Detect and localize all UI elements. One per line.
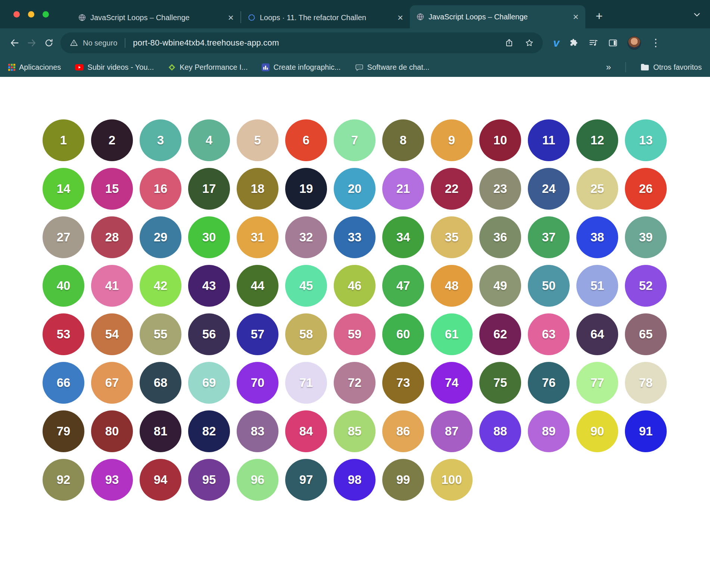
color-circle: 69 [188,362,230,404]
color-circle: 46 [334,265,376,307]
back-button[interactable] [6,34,23,51]
other-favorites-button[interactable]: Otros favoritos [640,63,702,72]
circle-grid: 1234567891011121314151617181920212223242… [43,77,673,501]
color-circle: 52 [625,265,667,307]
vimeo-extension-icon[interactable]: v [553,37,560,49]
bookmark-key-performance[interactable]: Key Performance I... [168,63,247,72]
color-circle: 26 [625,168,667,210]
tab-search-button[interactable] [692,10,702,21]
extensions-puzzle-icon[interactable] [569,38,579,48]
color-circle: 6 [285,119,327,161]
color-circle: 93 [91,459,133,501]
color-circle: 73 [382,362,424,404]
close-icon[interactable]: × [571,12,581,22]
bookmark-create-infographic[interactable]: Create infographic... [262,63,340,72]
bookmark-star-icon[interactable] [525,38,534,47]
new-tab-button[interactable]: + [592,9,606,23]
reload-icon [44,38,54,48]
toolbar-extensions: v ⋮ [553,36,661,50]
color-circle: 77 [576,362,618,404]
color-circle: 43 [188,265,230,307]
side-panel-icon[interactable] [608,38,618,48]
youtube-icon [75,64,84,71]
bookmark-label: Software de chat... [367,63,430,72]
address-bar-actions [505,38,534,47]
tab-javascript-loops-2[interactable]: JavaScript Loops – Challenge × [410,5,585,28]
color-circle: 30 [188,216,230,258]
back-arrow-icon [9,38,20,48]
color-circle: 62 [479,313,521,355]
color-circle: 72 [334,362,376,404]
tab-javascript-loops-1[interactable]: JavaScript Loops – Challenge × [72,7,240,28]
reload-button[interactable] [40,34,57,51]
maximize-window-button[interactable] [43,11,49,18]
color-circle: 41 [91,265,133,307]
bookmarks-overflow-chevron[interactable]: » [606,62,611,72]
globe-icon [417,13,424,21]
color-circle: 58 [285,313,327,355]
bookmark-software-chat[interactable]: Software de chat... [355,63,430,72]
color-circle: 80 [91,410,133,452]
color-circle: 13 [625,119,667,161]
chevron-down-icon [692,10,702,19]
color-circle: 88 [479,410,521,452]
color-circle: 9 [431,119,473,161]
color-circle: 19 [285,168,327,210]
close-window-button[interactable] [13,11,20,18]
color-circle: 54 [91,313,133,355]
color-circle: 8 [382,119,424,161]
browser-menu-icon[interactable]: ⋮ [651,38,661,48]
color-circle: 16 [140,168,181,210]
color-circle: 64 [576,313,618,355]
color-circle: 12 [576,119,618,161]
playlist-music-icon[interactable] [589,38,598,48]
color-circle: 67 [91,362,133,404]
color-circle: 82 [188,410,230,452]
folder-icon [640,63,650,71]
bookmark-aplicaciones[interactable]: Aplicaciones [8,63,61,72]
tab-title: JavaScript Loops – Challenge [90,13,221,22]
close-icon[interactable]: × [395,13,405,22]
color-circle: 91 [625,410,667,452]
tab-title: Loops · 11. The refactor Challen [260,13,391,22]
color-circle: 94 [140,459,181,501]
bookmark-subir-videos[interactable]: Subir videos - You... [75,63,154,72]
spinner-icon [248,14,255,21]
color-circle: 3 [140,119,181,161]
forward-button[interactable] [23,34,40,51]
color-circle: 53 [43,313,84,355]
color-circle: 74 [431,362,473,404]
close-icon[interactable]: × [226,13,236,22]
color-circle: 36 [479,216,521,258]
tab-loops-refactor[interactable]: Loops · 11. The refactor Challen × [241,7,410,28]
color-circle: 50 [528,265,570,307]
color-circle: 32 [285,216,327,258]
color-circle: 33 [334,216,376,258]
color-circle: 27 [43,216,84,258]
color-circle: 38 [576,216,618,258]
color-circle: 42 [140,265,181,307]
color-circle: 81 [140,410,181,452]
color-circle: 44 [237,265,278,307]
security-label[interactable]: No seguro [83,39,117,47]
share-icon[interactable] [505,38,514,47]
navigation-bar: No seguro port-80-wbine4txb4.treehouse-a… [0,28,710,57]
forward-arrow-icon [27,38,37,48]
color-circle: 56 [188,313,230,355]
minimize-window-button[interactable] [28,11,34,18]
color-circle: 1 [43,119,84,161]
color-circle: 23 [479,168,521,210]
color-circle: 39 [625,216,667,258]
color-circle: 89 [528,410,570,452]
bookmarks-bar: Aplicaciones Subir videos - You... Key P… [0,57,710,77]
color-circle: 55 [140,313,181,355]
tabs-container: JavaScript Loops – Challenge × Loops · 1… [72,0,585,28]
color-circle: 63 [528,313,570,355]
color-circle: 92 [43,459,84,501]
color-circle: 48 [431,265,473,307]
color-circle: 60 [382,313,424,355]
color-circle: 61 [431,313,473,355]
address-bar[interactable]: No seguro port-80-wbine4txb4.treehouse-a… [60,32,543,53]
color-circle: 34 [382,216,424,258]
profile-avatar[interactable] [628,36,641,50]
